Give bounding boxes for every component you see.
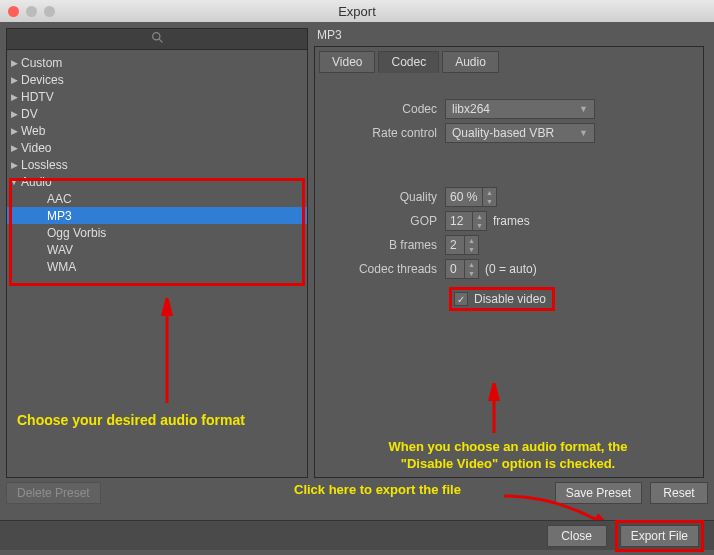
minimize-window-icon [26, 6, 37, 17]
annotation-box: ✓ Disable video [449, 287, 555, 311]
chevron-right-icon: ▶ [7, 92, 21, 102]
chevron-down-icon: ▼ [579, 104, 588, 114]
tree-item-custom[interactable]: ▶Custom [7, 54, 307, 71]
chevron-right-icon: ▶ [7, 126, 21, 136]
annotation-arrow-icon [152, 298, 182, 408]
tree-item-video[interactable]: ▶Video [7, 139, 307, 156]
threads-suffix: (0 = auto) [485, 262, 537, 276]
svg-line-1 [159, 39, 162, 42]
tab-codec[interactable]: Codec [378, 51, 439, 73]
quality-stepper[interactable]: ▲▼ [483, 187, 497, 207]
gop-label: GOP [319, 214, 445, 228]
annotation-text: When you choose an audio format, the "Di… [343, 439, 673, 473]
save-preset-button[interactable]: Save Preset [555, 482, 642, 504]
annotation-box: Export File [615, 520, 704, 552]
tree-item-ogg-vorbis[interactable]: Ogg Vorbis [7, 224, 307, 241]
chevron-right-icon: ▶ [7, 143, 21, 153]
annotation-arrow-icon [479, 383, 509, 437]
selected-format-label: MP3 [314, 28, 704, 46]
delete-preset-button: Delete Preset [6, 482, 101, 504]
svg-point-0 [152, 33, 159, 40]
annotation-text: Choose your desired audio format [17, 412, 245, 428]
tree-item-web[interactable]: ▶Web [7, 122, 307, 139]
tree-item-lossless[interactable]: ▶Lossless [7, 156, 307, 173]
bframes-stepper[interactable]: ▲▼ [465, 235, 479, 255]
dialog-footer: Close Export File [0, 520, 714, 550]
window-title: Export [0, 4, 714, 19]
search-icon [151, 31, 164, 47]
chevron-right-icon: ▶ [7, 160, 21, 170]
tree-item-wav[interactable]: WAV [7, 241, 307, 258]
tab-bar: VideoCodecAudio [319, 51, 699, 73]
tree-item-aac[interactable]: AAC [7, 190, 307, 207]
threads-stepper[interactable]: ▲▼ [465, 259, 479, 279]
tab-video[interactable]: Video [319, 51, 375, 73]
codec-select[interactable]: libx264▼ [445, 99, 595, 119]
close-button[interactable]: Close [547, 525, 607, 547]
codec-label: Codec [319, 102, 445, 116]
rate-control-select[interactable]: Quality-based VBR▼ [445, 123, 595, 143]
threads-label: Codec threads [319, 262, 445, 276]
zoom-window-icon [44, 6, 55, 17]
chevron-right-icon: ▶ [7, 58, 21, 68]
preset-sidebar: ▶Custom▶Devices▶HDTV▶DV▶Web▶Video▶Lossle… [6, 28, 308, 478]
tree-item-devices[interactable]: ▶Devices [7, 71, 307, 88]
gop-input[interactable]: 12 [445, 211, 473, 231]
chevron-right-icon: ▶ [7, 75, 21, 85]
tree-item-wma[interactable]: WMA [7, 258, 307, 275]
quality-input[interactable]: 60 % [445, 187, 483, 207]
tree-item-mp3[interactable]: MP3 [7, 207, 307, 224]
settings-panel: VideoCodecAudio Codec libx264▼ Rate cont… [314, 46, 704, 478]
preset-footer: Delete Preset Save Preset Reset [6, 478, 708, 508]
bframes-input[interactable]: 2 [445, 235, 465, 255]
preset-tree: ▶Custom▶Devices▶HDTV▶DV▶Web▶Video▶Lossle… [7, 50, 307, 275]
search-input[interactable] [6, 28, 308, 50]
export-file-button[interactable]: Export File [620, 525, 699, 547]
threads-input[interactable]: 0 [445, 259, 465, 279]
gop-suffix: frames [493, 214, 530, 228]
close-window-icon[interactable] [8, 6, 19, 17]
gop-stepper[interactable]: ▲▼ [473, 211, 487, 231]
tab-audio[interactable]: Audio [442, 51, 499, 73]
chevron-right-icon: ▶ [7, 109, 21, 119]
rate-control-label: Rate control [319, 126, 445, 140]
tree-item-hdtv[interactable]: ▶HDTV [7, 88, 307, 105]
titlebar: Export [0, 0, 714, 22]
disable-video-label: Disable video [474, 292, 546, 306]
tree-item-audio[interactable]: ▼Audio [7, 173, 307, 190]
chevron-down-icon: ▼ [7, 177, 21, 187]
bframes-label: B frames [319, 238, 445, 252]
reset-button[interactable]: Reset [650, 482, 708, 504]
window-controls [8, 6, 55, 17]
disable-video-checkbox[interactable]: ✓ [454, 292, 468, 306]
tree-item-dv[interactable]: ▶DV [7, 105, 307, 122]
quality-label: Quality [319, 190, 445, 204]
chevron-down-icon: ▼ [579, 128, 588, 138]
